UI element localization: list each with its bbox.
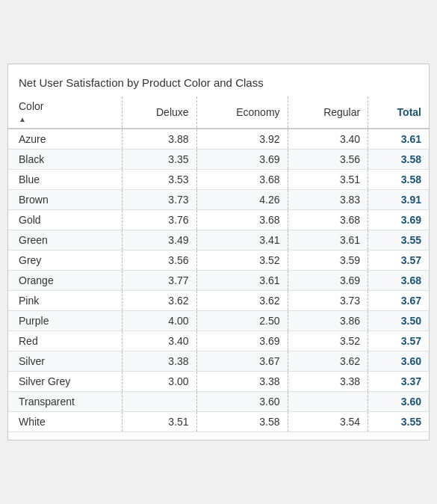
economy-cell: 4.26: [196, 190, 288, 210]
deluxe-cell: 3.49: [123, 230, 196, 251]
deluxe-cell: 3.62: [123, 291, 196, 311]
table-row: Silver Grey3.003.383.383.37: [8, 372, 429, 392]
regular-cell: 3.59: [288, 251, 368, 271]
economy-cell: 3.41: [196, 230, 288, 251]
total-cell: 3.60: [368, 392, 429, 412]
economy-cell: 3.58: [196, 412, 288, 432]
color-cell: Brown: [8, 190, 123, 210]
deluxe-cell: 3.73: [123, 190, 196, 210]
table-row: Gold3.763.683.683.69: [8, 210, 429, 230]
color-cell: Silver: [8, 351, 123, 372]
economy-cell: 3.92: [196, 129, 288, 150]
regular-cell: 3.68: [288, 210, 368, 230]
deluxe-cell: 3.00: [123, 372, 196, 392]
total-cell: 3.60: [368, 351, 429, 372]
regular-cell: 3.54: [288, 412, 368, 432]
color-cell: Purple: [8, 311, 123, 331]
table-row: Brown3.734.263.833.91: [8, 190, 429, 210]
deluxe-cell: 3.77: [123, 271, 196, 291]
deluxe-cell: 3.53: [123, 170, 196, 190]
total-column-header[interactable]: Total: [368, 96, 429, 129]
regular-cell: 3.52: [288, 331, 368, 351]
deluxe-cell: 3.88: [123, 129, 196, 150]
table-row: Azure3.883.923.403.61: [8, 129, 429, 150]
deluxe-cell: 3.38: [123, 351, 196, 372]
sort-indicator: ▲: [19, 115, 26, 123]
regular-cell: 3.83: [288, 190, 368, 210]
color-cell: White: [8, 412, 123, 432]
regular-cell: 3.51: [288, 170, 368, 190]
color-cell: Transparent: [8, 392, 123, 412]
regular-column-header[interactable]: Regular: [288, 96, 368, 129]
table-row: Black3.353.693.563.58: [8, 150, 429, 170]
table-row: Blue3.533.683.513.58: [8, 170, 429, 190]
economy-cell: 3.69: [196, 150, 288, 170]
total-cell: 3.67: [368, 291, 429, 311]
color-cell: Red: [8, 331, 123, 351]
data-table: Color ▲ Deluxe Economy Regular Total Azu…: [8, 96, 429, 432]
total-cell: 3.55: [368, 412, 429, 432]
table-row: Silver3.383.673.623.60: [8, 351, 429, 372]
total-cell: 3.61: [368, 129, 429, 150]
deluxe-cell: 3.40: [123, 331, 196, 351]
table-container: Net User Satisfaction by Product Color a…: [7, 64, 430, 440]
color-cell: Orange: [8, 271, 123, 291]
table-row: Green3.493.413.613.55: [8, 230, 429, 251]
economy-cell: 3.69: [196, 331, 288, 351]
color-cell: Black: [8, 150, 123, 170]
economy-cell: 3.67: [196, 351, 288, 372]
economy-cell: 3.38: [196, 372, 288, 392]
deluxe-cell: 3.76: [123, 210, 196, 230]
table-row: White3.513.583.543.55: [8, 412, 429, 432]
total-cell: 3.50: [368, 311, 429, 331]
table-row: Pink3.623.623.733.67: [8, 291, 429, 311]
total-cell: 3.55: [368, 230, 429, 251]
color-cell: Green: [8, 230, 123, 251]
regular-cell: 3.86: [288, 311, 368, 331]
economy-column-header[interactable]: Economy: [196, 96, 288, 129]
chart-title: Net User Satisfaction by Product Color a…: [8, 72, 429, 96]
economy-cell: 2.50: [196, 311, 288, 331]
regular-cell: 3.73: [288, 291, 368, 311]
deluxe-cell: 3.56: [123, 251, 196, 271]
deluxe-column-header[interactable]: Deluxe: [123, 96, 196, 129]
total-cell: 3.37: [368, 372, 429, 392]
economy-cell: 3.68: [196, 210, 288, 230]
color-cell: Blue: [8, 170, 123, 190]
regular-cell: 3.56: [288, 150, 368, 170]
table-row: Purple4.002.503.863.50: [8, 311, 429, 331]
total-cell: 3.69: [368, 210, 429, 230]
total-cell: 3.57: [368, 251, 429, 271]
regular-cell: 3.40: [288, 129, 368, 150]
deluxe-cell: 3.35: [123, 150, 196, 170]
economy-cell: 3.62: [196, 291, 288, 311]
total-cell: 3.91: [368, 190, 429, 210]
table-header-row: Color ▲ Deluxe Economy Regular Total: [8, 96, 429, 129]
table-body: Azure3.883.923.403.61Black3.353.693.563.…: [8, 129, 429, 432]
total-cell: 3.68: [368, 271, 429, 291]
color-cell: Gold: [8, 210, 123, 230]
deluxe-cell: 3.51: [123, 412, 196, 432]
regular-cell: 3.38: [288, 372, 368, 392]
regular-cell: 3.61: [288, 230, 368, 251]
regular-cell: 3.62: [288, 351, 368, 372]
color-cell: Grey: [8, 251, 123, 271]
color-cell: Silver Grey: [8, 372, 123, 392]
total-cell: 3.58: [368, 170, 429, 190]
color-cell: Pink: [8, 291, 123, 311]
economy-cell: 3.68: [196, 170, 288, 190]
regular-cell: [288, 392, 368, 412]
deluxe-cell: 4.00: [123, 311, 196, 331]
deluxe-cell: [123, 392, 196, 412]
color-cell: Azure: [8, 129, 123, 150]
total-cell: 3.58: [368, 150, 429, 170]
economy-cell: 3.60: [196, 392, 288, 412]
table-row: Red3.403.693.523.57: [8, 331, 429, 351]
regular-cell: 3.69: [288, 271, 368, 291]
table-row: Orange3.773.613.693.68: [8, 271, 429, 291]
color-column-header[interactable]: Color ▲: [8, 96, 123, 129]
table-row: Transparent3.603.60: [8, 392, 429, 412]
economy-cell: 3.52: [196, 251, 288, 271]
table-row: Grey3.563.523.593.57: [8, 251, 429, 271]
economy-cell: 3.61: [196, 271, 288, 291]
